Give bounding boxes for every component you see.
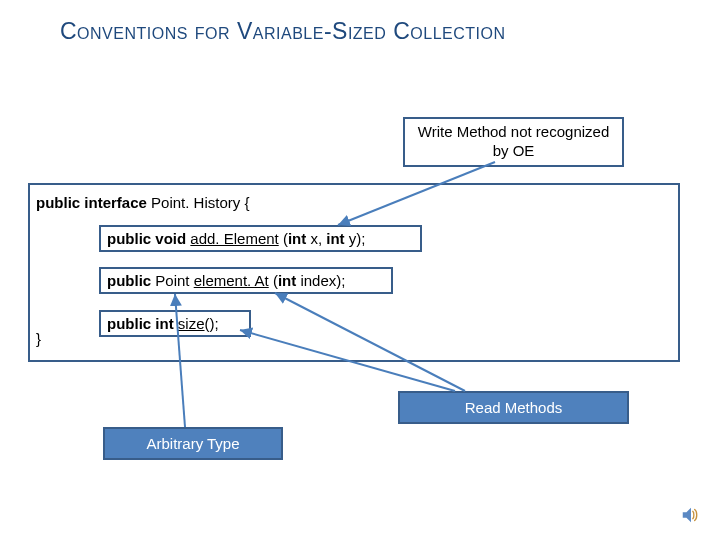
kw-interface: interface [84, 194, 147, 211]
method-add-element: public void add. Element (int x, int y); [99, 225, 422, 252]
interface-decl: public interface Point. History { [36, 194, 436, 211]
brace-open: { [244, 194, 249, 211]
m2-open: ( [269, 272, 278, 289]
label-arbitrary-type: Arbitrary Type [103, 427, 283, 460]
m3-tail: (); [205, 315, 219, 332]
m1-pre: public void [107, 230, 190, 247]
iface-name: Point. History [151, 194, 240, 211]
callout-write-method: Write Method not recognized by OE [403, 117, 624, 167]
m2-mid1: Point [151, 272, 194, 289]
method-element-at: public Point element. At (int index); [99, 267, 393, 294]
m2-int1: int [278, 272, 296, 289]
m1-int2: int [326, 230, 344, 247]
kw-public: public [36, 194, 80, 211]
m2-pre: public [107, 272, 151, 289]
brace-close: } [36, 330, 41, 347]
m3-pre: public int [107, 315, 178, 332]
m1-name: add. Element [190, 230, 278, 247]
m3-name: size [178, 315, 205, 332]
m1-tail: y); [345, 230, 366, 247]
m2-tail: index); [296, 272, 345, 289]
m1-int1: int [288, 230, 306, 247]
m1-open: ( [279, 230, 288, 247]
slide: Conventions for Variable-Sized Collectio… [0, 0, 720, 540]
page-title: Conventions for Variable-Sized Collectio… [60, 18, 660, 45]
m1-x: x, [306, 230, 326, 247]
m2-name: element. At [194, 272, 269, 289]
method-size: public int size(); [99, 310, 251, 337]
label-read-methods: Read Methods [398, 391, 629, 424]
speaker-icon[interactable] [680, 504, 702, 526]
